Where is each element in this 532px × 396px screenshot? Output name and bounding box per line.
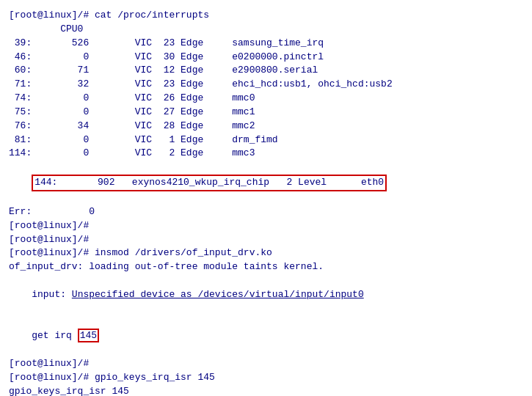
- get-irq-line: get irq 145: [9, 316, 523, 358]
- err-line: Err: 0: [9, 205, 523, 219]
- prompt-2: [root@linux]/#: [9, 233, 523, 247]
- irq-75: 75: 0 VIC 27 Edge mmc1: [9, 106, 523, 120]
- irq-60: 60: 71 VIC 12 Edge e2900800.serial: [9, 64, 523, 78]
- irq-46: 46: 0 VIC 30 Edge e0200000.pinctrl: [9, 51, 523, 65]
- irq-39: 39: 526 VIC 23 Edge samsung_time_irq: [9, 37, 523, 51]
- gpio-cmd-1: [root@linux]/# gpio_keys_irq_isr 145: [9, 371, 523, 385]
- interrupts-header: CPU0: [9, 23, 523, 37]
- command-line-2: [root@linux]/# insmod /drivers/of_input_…: [9, 246, 523, 260]
- prompt-1: [root@linux]/#: [9, 219, 523, 233]
- gpio-output-1: gpio_keys_irq_isr 145: [9, 385, 523, 396]
- get-irq-text: get irq: [32, 330, 77, 341]
- input-line: input: Unspecified device as /devices/vi…: [9, 274, 523, 316]
- irq-74: 74: 0 VIC 26 Edge mmc0: [9, 92, 523, 106]
- loading-line: of_input_drv: loading out-of-tree module…: [9, 260, 523, 274]
- irq-81: 81: 0 VIC 1 Edge drm_fimd: [9, 133, 523, 147]
- terminal-output: [root@linux]/# cat /proc/interrupts CPU0…: [6, 6, 526, 396]
- irq-76: 76: 34 VIC 28 Edge mmc2: [9, 120, 523, 133]
- irq-144-highlight: 144: 902 exynos4210_wkup_irq_chip 2 Leve…: [32, 175, 387, 191]
- input-text: input: Unspecified device as /devices/vi…: [32, 289, 363, 300]
- prompt-3: [root@linux]/#: [9, 357, 523, 371]
- irq-71: 71: 32 VIC 23 Edge ehci_hcd:usb1, ohci_h…: [9, 78, 523, 92]
- irq-144-row: 144: 902 exynos4210_wkup_irq_chip 2 Leve…: [9, 161, 523, 205]
- underlined-device: Unspecified device as /devices/virtual/i…: [72, 289, 364, 300]
- command-line-1: [root@linux]/# cat /proc/interrupts: [9, 9, 523, 23]
- irq-number-highlight: 145: [78, 329, 99, 342]
- irq-114: 114: 0 VIC 2 Edge mmc3: [9, 147, 523, 161]
